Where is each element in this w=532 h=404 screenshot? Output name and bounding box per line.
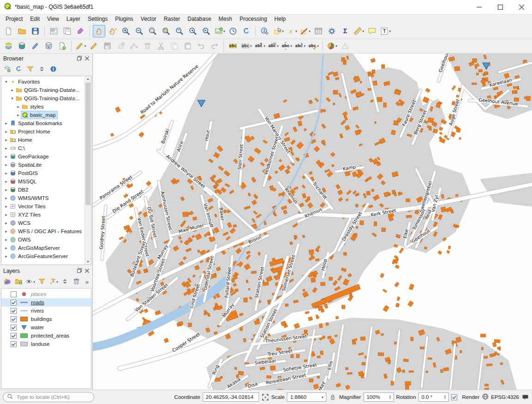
map-canvas[interactable]: Road to Marloth Nature ReserveGeelhoutKa…	[92, 54, 532, 390]
browser-item-home[interactable]: ▸Home	[1, 136, 91, 144]
expander-closed-icon[interactable]: ▸	[3, 171, 9, 175]
identify-features-button[interactable]: i	[259, 25, 271, 37]
layers-toolbar-overflow[interactable]: »	[85, 279, 91, 285]
layer-checkbox[interactable]	[11, 325, 17, 331]
browser-item-wcs[interactable]: ▸WCS	[1, 219, 91, 227]
locate-input[interactable]	[16, 394, 90, 400]
expander-closed-icon[interactable]: ▸	[3, 121, 9, 126]
expander-closed-icon[interactable]: ▸	[3, 138, 9, 142]
layer-item-buildings[interactable]: buildings	[1, 315, 91, 323]
zoom-to-selection-button[interactable]	[160, 25, 172, 37]
layer-item-places[interactable]: places	[1, 290, 91, 298]
toggle-editing-button[interactable]	[88, 40, 100, 52]
browser-item-ows[interactable]: ▸OWS	[1, 235, 91, 244]
layer-item-roads[interactable]: roads	[1, 298, 91, 307]
menu-vector[interactable]: Vector	[137, 14, 160, 24]
layer-labeling-button[interactable]: abc	[227, 40, 239, 52]
change-label-button[interactable]: abc▾	[307, 40, 320, 52]
browser-item-db2[interactable]: ▸DB2	[1, 186, 91, 194]
browser-item-mssql[interactable]: ▸MSSQL	[1, 177, 91, 186]
expander-closed-icon[interactable]: ▸	[3, 229, 9, 234]
expander-closed-icon[interactable]: ▸	[3, 254, 9, 259]
layer-item-landuse[interactable]: landuse	[1, 340, 91, 348]
text-annotation-button[interactable]: T▾	[379, 25, 392, 37]
filter-browser-button[interactable]	[25, 65, 35, 75]
expander-closed-icon[interactable]: ▸	[3, 146, 9, 151]
menu-project[interactable]: Project	[2, 14, 26, 24]
browser-scrollbar[interactable]: ▲▼	[85, 76, 91, 265]
new-print-layout-button[interactable]	[48, 25, 60, 37]
temporal-controller-button[interactable]	[227, 25, 239, 37]
save-project-button[interactable]	[29, 25, 42, 37]
zoom-to-layer-button[interactable]	[173, 25, 186, 37]
menu-view[interactable]: View	[43, 14, 63, 24]
layer-checkbox[interactable]	[11, 308, 17, 314]
layer-item-protected_areas[interactable]: protected_areas	[1, 332, 91, 340]
minimize-button[interactable]	[468, 0, 490, 14]
new-map-view-button[interactable]: ▾	[213, 25, 226, 37]
close-button[interactable]	[511, 0, 532, 14]
menu-raster[interactable]: Raster	[160, 14, 184, 24]
browser-properties-button[interactable]: i	[48, 65, 58, 75]
browser-item-arcgisfeatureserver[interactable]: ▸ArcGisFeatureServer	[1, 252, 91, 260]
close-panel-icon[interactable]	[85, 55, 89, 62]
zoom-out-button[interactable]	[133, 25, 145, 37]
menu-settings[interactable]: Settings	[84, 14, 111, 24]
scroll-up-icon[interactable]: ▲	[85, 76, 91, 82]
new-geopackage-layer-button[interactable]	[16, 40, 28, 52]
rotation-spinbox[interactable]: 0.0 °▴▾	[418, 392, 449, 402]
filter-by-expression-button[interactable]: ε▾	[48, 277, 58, 287]
render-checkbox[interactable]: Render	[451, 394, 480, 400]
new-project-button[interactable]	[2, 25, 15, 37]
menu-layer[interactable]: Layer	[63, 14, 84, 24]
pan-map-button[interactable]	[93, 25, 105, 37]
expander-closed-icon[interactable]: ▸	[3, 179, 9, 184]
data-source-manager-button[interactable]	[2, 40, 15, 52]
layer-checkbox[interactable]	[11, 300, 17, 306]
browser-item-postgis[interactable]: ▸PostGIS	[1, 169, 91, 177]
zoom-in-button[interactable]	[120, 25, 132, 37]
deselect-all-button[interactable]: ▾	[299, 25, 311, 37]
float-panel-icon[interactable]	[77, 55, 82, 62]
lock-icon[interactable]	[329, 393, 337, 401]
browser-item-c[interactable]: ▸C:\	[1, 144, 91, 152]
expander-closed-icon[interactable]: ▸	[3, 246, 9, 250]
refresh-map-button[interactable]	[240, 25, 253, 37]
browser-item-spatial-bookmarks[interactable]: ▸Spatial Bookmarks	[1, 119, 91, 127]
expander-closed-icon[interactable]: ▸	[3, 237, 9, 242]
layer-checkbox[interactable]	[11, 333, 17, 339]
layer-checkbox[interactable]	[11, 341, 17, 347]
measure-button[interactable]: ▾	[352, 25, 365, 37]
new-shapefile-layer-button[interactable]	[29, 40, 42, 52]
float-panel-icon[interactable]	[77, 268, 82, 274]
browser-item-wms-wmts[interactable]: ▸WMS/WMTS	[1, 194, 91, 202]
expander-closed-icon[interactable]: ▸	[15, 104, 21, 109]
open-attribute-table-button[interactable]	[312, 25, 325, 37]
menu-plugins[interactable]: Plugins	[111, 14, 137, 24]
show-hide-labels-button[interactable]: abc▾	[267, 40, 279, 52]
move-label-button[interactable]: abc▾	[280, 40, 293, 52]
menu-database[interactable]: Database	[184, 14, 215, 24]
expander-open-icon[interactable]: ▾	[9, 96, 15, 101]
menu-edit[interactable]: Edit	[26, 14, 43, 24]
browser-item-xyz-tiles[interactable]: ▸XYZ Tiles	[1, 211, 91, 219]
layer-item-water[interactable]: water	[1, 323, 91, 332]
menu-processing[interactable]: Processing	[236, 14, 271, 24]
expander-closed-icon[interactable]: ▸	[3, 163, 9, 167]
browser-item-vector-tiles[interactable]: ▸Vector Tiles	[1, 202, 91, 211]
expander-closed-icon[interactable]: ▸	[9, 88, 15, 92]
add-group-button[interactable]	[13, 277, 24, 287]
diagram-options-button[interactable]: ▾	[326, 40, 338, 52]
expander-closed-icon[interactable]: ▸	[3, 196, 9, 200]
new-virtual-layer-button[interactable]: V.	[42, 40, 55, 52]
select-features-button[interactable]: ▾	[272, 25, 284, 37]
crs-status[interactable]: EPSG:4326	[482, 393, 519, 401]
filter-legend-button[interactable]	[36, 277, 47, 287]
browser-item-qgis-training-data-s[interactable]: ▾QGIS-Training-Data\s...	[1, 94, 91, 103]
add-selected-layers-button[interactable]	[2, 65, 12, 75]
spinner-arrows-icon[interactable]: ▴▾	[442, 395, 446, 399]
collapse-all-button[interactable]	[36, 65, 47, 75]
new-temporary-scratch-layer-button[interactable]	[56, 40, 68, 52]
layer-checkbox[interactable]	[11, 291, 17, 297]
layer-labeling-options-button[interactable]: abc▾	[240, 40, 253, 52]
